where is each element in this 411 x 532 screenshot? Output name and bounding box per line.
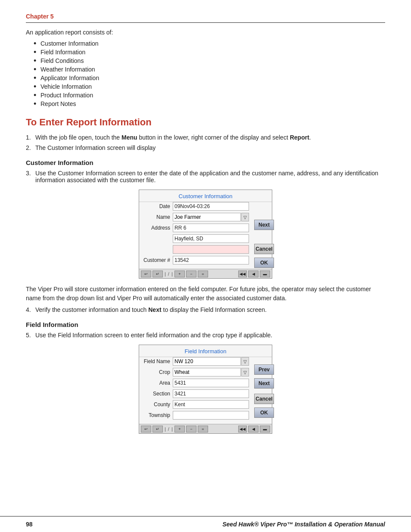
footer-btn-enter4[interactable]: ▬: [260, 426, 270, 432]
bullet-list: Customer Information Field Information F…: [34, 40, 385, 107]
screen-row-area: Area: [139, 379, 252, 387]
footer-btn-back4[interactable]: ◀: [248, 426, 258, 432]
screen-row-customer-num: Customer #: [139, 256, 252, 264]
screen-row-section: Section: [139, 389, 252, 398]
ok-button-customer[interactable]: OK: [254, 258, 274, 268]
footer-btn-minus2[interactable]: −: [186, 426, 196, 432]
next-button-field[interactable]: Next: [254, 378, 274, 389]
screen-row-fieldname: Field Name ▽: [139, 357, 252, 366]
next-button-customer[interactable]: Next: [254, 220, 274, 230]
input-name[interactable]: [173, 213, 241, 221]
list-item: Weather Information: [34, 66, 385, 73]
screen-row-address3: [139, 245, 252, 254]
footer-btn-enter[interactable]: ↵: [153, 271, 163, 277]
screen-footer-customer: ↩ ↵ | / | + − = ◀◀ ◀ ▬: [139, 269, 272, 278]
input-address3[interactable]: [173, 245, 249, 254]
screen-row-township: Township: [139, 411, 252, 420]
footer-btn-enter3[interactable]: ↵: [153, 426, 163, 432]
field-info-heading: Field Information: [26, 321, 385, 328]
footer-btn-back2[interactable]: ◀: [248, 271, 258, 277]
screen-title-customer: Customer Information: [139, 190, 272, 202]
label-section: Section: [143, 391, 173, 397]
footer-btn-undo[interactable]: ↩: [141, 271, 151, 277]
crop-dropdown-arrow[interactable]: ▽: [241, 368, 249, 376]
label-area: Area: [143, 380, 173, 386]
label-county: County: [143, 401, 173, 408]
label-township: Township: [143, 412, 173, 418]
step-5: 5. Use the Field Information screen to e…: [26, 332, 385, 339]
input-area[interactable]: [173, 379, 249, 387]
input-section[interactable]: [173, 389, 249, 398]
label-crop: Crop: [143, 369, 173, 375]
screen-row-name: Name ▽: [139, 213, 252, 221]
list-item: Customer Information: [34, 40, 385, 47]
chapter-label: Chapter 5: [26, 13, 385, 20]
chapter-divider: [26, 22, 385, 23]
fieldname-dropdown-arrow[interactable]: ▽: [241, 357, 249, 366]
input-address1[interactable]: [173, 224, 249, 232]
input-township[interactable]: [173, 411, 249, 420]
screen-buttons-field: Prev Next Cancel OK: [252, 357, 275, 424]
manual-title: Seed Hawk® Viper Pro™ Installation & Ope…: [222, 521, 385, 528]
screen-title-field: Field Information: [139, 345, 272, 357]
customer-info-screen: Customer Information Date Name ▽: [26, 190, 385, 279]
screen-buttons-customer: Next Cancel OK: [252, 202, 275, 269]
list-item: Vehicle Information: [34, 83, 385, 90]
footer-btn-eq2[interactable]: =: [198, 426, 208, 432]
footer-btn-enter2[interactable]: ▬: [260, 271, 270, 277]
ok-button-field[interactable]: OK: [254, 408, 274, 418]
name-dropdown-arrow[interactable]: ▽: [241, 213, 249, 221]
step-4: 4. Verify the customer information and t…: [26, 306, 385, 313]
label-name: Name: [143, 214, 173, 220]
screen-row-date: Date: [139, 202, 252, 211]
step-3: 3. Use the Customer Information screen t…: [26, 170, 385, 184]
list-item: Applicator Information: [34, 75, 385, 81]
cancel-button-field[interactable]: Cancel: [254, 394, 274, 404]
footer-btn-undo2[interactable]: ↩: [141, 426, 151, 432]
step-1: 1. With the job file open, touch the Men…: [26, 134, 385, 141]
list-item: Product Information: [34, 92, 385, 99]
label-date: Date: [143, 203, 173, 209]
screen-row-county: County: [139, 400, 252, 409]
list-item: Field Information: [34, 49, 385, 56]
screen-row-address1: Address: [139, 224, 252, 232]
page-number: 98: [26, 521, 33, 528]
field-info-screen: Field Information Field Name ▽ Crop: [26, 345, 385, 434]
intro-text: An application report consists of:: [26, 29, 385, 36]
footer-btn-back1[interactable]: ◀◀: [238, 271, 247, 277]
footer-btn-plus[interactable]: +: [174, 271, 185, 277]
input-fieldname[interactable]: [173, 357, 241, 366]
cancel-button-customer[interactable]: Cancel: [254, 244, 274, 254]
input-crop[interactable]: [173, 368, 241, 376]
section-heading: To Enter Report Information: [26, 117, 385, 128]
input-date[interactable]: [173, 202, 249, 211]
footer-btn-plus2[interactable]: +: [174, 426, 185, 432]
input-county[interactable]: [173, 400, 249, 409]
step-2: 2. The Customer Information screen will …: [26, 144, 385, 151]
bottom-bar: 98 Seed Hawk® Viper Pro™ Installation & …: [0, 516, 411, 532]
list-item: Report Notes: [34, 100, 385, 107]
list-item: Field Conditions: [34, 57, 385, 64]
label-customer-num: Customer #: [143, 257, 173, 263]
customer-info-heading: Customer Information: [26, 159, 385, 166]
label-address: Address: [143, 225, 173, 231]
footer-btn-minus[interactable]: −: [186, 271, 196, 277]
screen-footer-field: ↩ ↵ | / | + − = ◀◀ ◀ ▬: [139, 424, 272, 433]
label-fieldname: Field Name: [143, 358, 173, 364]
customer-info-para: The Viper Pro will store customer inform…: [26, 285, 385, 303]
input-address2[interactable]: [173, 234, 249, 243]
screen-row-crop: Crop ▽: [139, 368, 252, 376]
input-customer-num[interactable]: [173, 256, 249, 264]
screen-row-address2: [139, 234, 252, 243]
prev-button-field[interactable]: Prev: [254, 364, 274, 375]
footer-btn-back3[interactable]: ◀◀: [238, 426, 247, 432]
footer-btn-eq[interactable]: =: [198, 271, 208, 277]
